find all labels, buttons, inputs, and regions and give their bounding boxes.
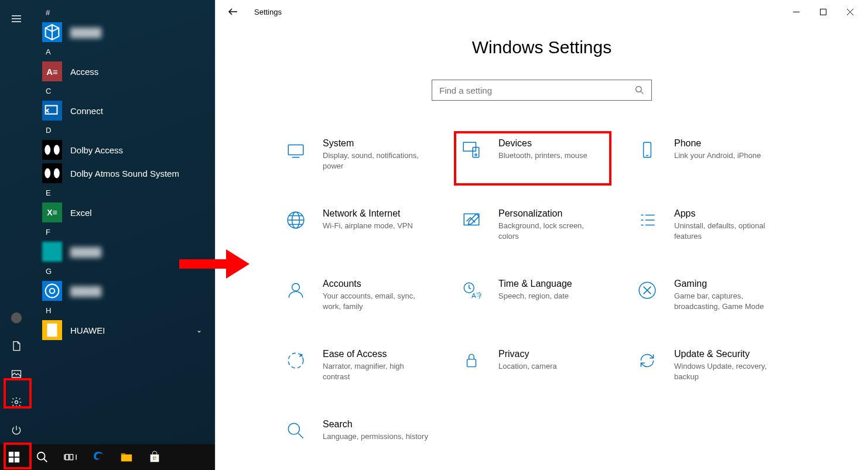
svg-rect-9 <box>45 169 50 179</box>
svg-rect-24 <box>121 454 132 461</box>
setting-title: Devices <box>498 138 587 149</box>
power-icon[interactable] <box>2 416 30 444</box>
svg-rect-32 <box>820 9 826 15</box>
setting-accounts[interactable]: Accounts Your accounts, email, sync, wor… <box>278 279 454 311</box>
documents-icon[interactable] <box>2 332 30 360</box>
svg-point-56 <box>292 284 300 291</box>
app-item[interactable]: █████ <box>33 20 211 44</box>
3d-icon <box>42 22 62 42</box>
hamburger-icon[interactable] <box>2 5 30 33</box>
app-name: Connect <box>70 106 103 116</box>
setting-title: Personalization <box>498 208 604 219</box>
setting-personalization[interactable]: Personalization Background, lock screen,… <box>454 208 630 241</box>
blur2-icon <box>42 281 62 301</box>
chevron-down-icon: ⌄ <box>196 326 202 334</box>
setting-desc: Location, camera <box>498 361 557 372</box>
start-menu: #█████AA≡AccessCConnectDDolby AccessDolb… <box>0 0 215 470</box>
back-button[interactable] <box>227 6 239 18</box>
svg-line-36 <box>641 91 643 94</box>
setting-gaming[interactable]: Gaming Game bar, captures, broadcasting,… <box>630 279 805 311</box>
setting-apps[interactable]: Apps Uninstall, defaults, optional featu… <box>630 208 805 241</box>
svg-rect-27 <box>155 457 156 458</box>
setting-network[interactable]: Network & Internet Wi-Fi, airplane mode,… <box>278 208 454 241</box>
search-button[interactable] <box>28 444 56 470</box>
svg-point-18 <box>37 452 45 460</box>
setting-desc: Windows Update, recovery, backup <box>674 361 780 382</box>
app-name: Excel <box>70 208 92 218</box>
setting-desc: Display, sound, notifications, power <box>323 150 428 171</box>
app-item[interactable]: A≡Access <box>33 60 211 83</box>
file-explorer-button[interactable] <box>112 444 141 470</box>
app-name: Dolby Access <box>70 145 123 155</box>
setting-title: Time & Language <box>498 279 572 289</box>
svg-rect-20 <box>66 454 69 459</box>
setting-desc: Wi-Fi, airplane mode, VPN <box>323 221 413 231</box>
setting-desc: Language, permissions, history <box>323 431 428 442</box>
setting-search[interactable]: Search Language, permissions, history <box>278 419 454 442</box>
search-box[interactable] <box>432 80 652 101</box>
letter-header[interactable]: # <box>33 5 211 20</box>
app-item[interactable]: Dolby Atmos Sound System <box>33 162 211 185</box>
app-item[interactable]: Dolby Access <box>33 138 211 162</box>
privacy-icon <box>460 349 483 372</box>
user-icon[interactable] <box>2 304 30 332</box>
svg-point-11 <box>46 284 59 298</box>
letter-header[interactable]: H <box>33 303 211 318</box>
svg-rect-25 <box>151 454 159 462</box>
app-item[interactable]: Connect <box>33 99 211 122</box>
search-input[interactable] <box>439 85 635 95</box>
system-icon <box>284 138 307 162</box>
gaming-icon <box>635 279 659 302</box>
letter-header[interactable]: G <box>33 263 211 279</box>
start-rail <box>0 0 33 470</box>
setting-privacy[interactable]: Privacy Location, camera <box>454 349 630 382</box>
setting-desc: Game bar, captures, broadcasting, Game M… <box>674 291 780 311</box>
svg-rect-37 <box>288 145 303 155</box>
accounts-icon <box>284 279 307 302</box>
setting-time[interactable]: A字 Time & Language Speech, region, date <box>454 279 630 311</box>
close-button[interactable] <box>836 2 863 21</box>
svg-rect-14 <box>9 452 13 457</box>
edge-button[interactable] <box>84 444 112 470</box>
app-item[interactable]: █████ <box>33 279 211 303</box>
setting-update[interactable]: Update & Security Windows Update, recove… <box>630 349 805 382</box>
setting-title: Search <box>323 419 428 430</box>
letter-header[interactable]: F <box>33 224 211 240</box>
app-name: Access <box>70 67 98 77</box>
setting-devices[interactable]: Devices Bluetooth, printers, mouse <box>454 138 630 171</box>
svg-rect-26 <box>153 457 154 458</box>
setting-ease[interactable]: Ease of Access Narrator, magnifier, high… <box>278 349 454 382</box>
dolby-icon <box>42 140 62 160</box>
start-button[interactable] <box>0 444 28 470</box>
app-list[interactable]: #█████AA≡AccessCConnectDDolby AccessDolb… <box>33 0 215 470</box>
svg-point-35 <box>636 87 642 92</box>
letter-header[interactable]: D <box>33 122 211 138</box>
setting-phone[interactable]: Phone Link your Android, iPhone <box>630 138 805 171</box>
app-name: Dolby Atmos Sound System <box>70 169 179 179</box>
minimize-button[interactable] <box>782 2 809 21</box>
task-view-button[interactable] <box>56 444 84 470</box>
app-item[interactable]: HUAWEI⌄ <box>33 318 211 342</box>
app-item[interactable]: █████ <box>33 240 211 263</box>
settings-icon[interactable] <box>2 388 30 416</box>
letter-header[interactable]: E <box>33 185 211 201</box>
settings-window: Settings Windows Settings System Display… <box>215 0 868 470</box>
letter-header[interactable]: C <box>33 83 211 99</box>
pictures-icon[interactable] <box>2 360 30 388</box>
svg-rect-17 <box>15 458 19 462</box>
letter-header[interactable]: A <box>33 44 211 60</box>
svg-point-5 <box>15 401 18 404</box>
excel-icon: X≡ <box>42 203 62 222</box>
app-name: █████ <box>70 286 101 296</box>
app-item[interactable]: X≡Excel <box>33 201 211 224</box>
maximize-button[interactable] <box>809 2 836 21</box>
svg-point-3 <box>11 313 22 323</box>
svg-rect-10 <box>54 169 60 179</box>
setting-desc: Uninstall, defaults, optional features <box>674 221 780 241</box>
update-icon <box>635 349 659 372</box>
store-button[interactable] <box>141 444 169 470</box>
svg-rect-28 <box>153 458 154 459</box>
svg-rect-16 <box>9 458 13 462</box>
setting-system[interactable]: System Display, sound, notifications, po… <box>278 138 454 171</box>
personalization-icon <box>460 208 483 232</box>
